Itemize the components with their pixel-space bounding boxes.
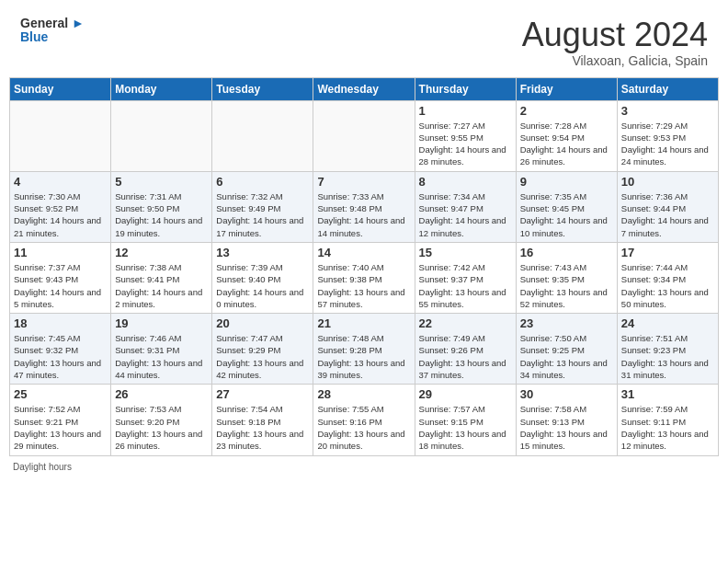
header: General ►Blue August 2024 Vilaxoan, Gali… [9,9,719,74]
dow-header-sunday: Sunday [10,77,111,100]
calendar-cell-3-4: 14Sunrise: 7:40 AMSunset: 9:38 PMDayligh… [313,242,415,313]
day-number: 31 [621,387,714,401]
day-number: 7 [317,175,410,189]
day-number: 29 [419,387,512,401]
week-row-2: 4Sunrise: 7:30 AMSunset: 9:52 PMDaylight… [10,171,719,242]
day-number: 15 [419,246,512,259]
calendar-table: SundayMondayTuesdayWednesdayThursdayFrid… [9,77,719,456]
day-number: 30 [520,387,613,401]
location-subtitle: Vilaxoan, Galicia, Spain [522,53,708,68]
day-info: Sunrise: 7:55 AMSunset: 9:16 PMDaylight:… [317,403,410,452]
calendar-cell-1-4 [313,100,415,171]
day-info: Sunrise: 7:36 AMSunset: 9:44 PMDaylight:… [621,190,714,239]
day-number: 5 [115,175,208,189]
day-number: 26 [115,387,208,401]
day-info: Sunrise: 7:28 AMSunset: 9:54 PMDaylight:… [520,120,613,168]
dow-header-monday: Monday [111,77,212,100]
day-info: Sunrise: 7:35 AMSunset: 9:45 PMDaylight:… [520,190,613,239]
day-number: 3 [621,104,714,118]
calendar-cell-5-1: 25Sunrise: 7:52 AMSunset: 9:21 PMDayligh… [10,385,111,455]
day-number: 28 [317,387,410,401]
day-number: 17 [621,246,714,259]
day-number: 19 [115,316,208,330]
calendar-cell-2-6: 9Sunrise: 7:35 AMSunset: 9:45 PMDaylight… [516,171,617,242]
day-number: 21 [317,316,410,330]
day-number: 22 [419,316,512,330]
month-title: August 2024 [522,17,708,53]
week-row-1: 1Sunrise: 7:27 AMSunset: 9:55 PMDaylight… [10,100,719,171]
day-number: 11 [14,246,107,259]
dow-header-saturday: Saturday [617,77,718,100]
calendar-cell-4-6: 23Sunrise: 7:50 AMSunset: 9:25 PMDayligh… [516,314,617,385]
day-info: Sunrise: 7:39 AMSunset: 9:40 PMDaylight:… [216,261,309,310]
day-info: Sunrise: 7:31 AMSunset: 9:50 PMDaylight:… [115,190,208,239]
day-number: 10 [621,175,714,189]
day-info: Sunrise: 7:44 AMSunset: 9:34 PMDaylight:… [621,261,714,310]
week-row-4: 18Sunrise: 7:45 AMSunset: 9:32 PMDayligh… [10,314,719,385]
calendar-cell-4-4: 21Sunrise: 7:48 AMSunset: 9:28 PMDayligh… [313,314,415,385]
day-info: Sunrise: 7:49 AMSunset: 9:26 PMDaylight:… [419,332,512,381]
day-number: 25 [14,387,107,401]
calendar-cell-1-1 [10,100,111,171]
calendar-cell-3-6: 16Sunrise: 7:43 AMSunset: 9:35 PMDayligh… [516,242,617,313]
calendar-cell-2-1: 4Sunrise: 7:30 AMSunset: 9:52 PMDaylight… [10,171,111,242]
calendar-cell-1-2 [111,100,212,171]
calendar-cell-1-5: 1Sunrise: 7:27 AMSunset: 9:55 PMDaylight… [415,100,516,171]
day-info: Sunrise: 7:37 AMSunset: 9:43 PMDaylight:… [14,261,107,310]
day-info: Sunrise: 7:34 AMSunset: 9:47 PMDaylight:… [419,190,512,239]
day-number: 6 [216,175,309,189]
calendar-cell-4-2: 19Sunrise: 7:46 AMSunset: 9:31 PMDayligh… [111,314,212,385]
day-number: 13 [216,246,309,259]
day-info: Sunrise: 7:38 AMSunset: 9:41 PMDaylight:… [115,261,208,310]
calendar-cell-2-4: 7Sunrise: 7:33 AMSunset: 9:48 PMDaylight… [313,171,415,242]
day-info: Sunrise: 7:52 AMSunset: 9:21 PMDaylight:… [14,403,107,452]
day-of-week-row: SundayMondayTuesdayWednesdayThursdayFrid… [10,77,719,100]
dow-header-wednesday: Wednesday [313,77,415,100]
calendar-cell-4-3: 20Sunrise: 7:47 AMSunset: 9:29 PMDayligh… [212,314,313,385]
calendar-cell-1-3 [212,100,313,171]
day-number: 12 [115,246,208,259]
footer-text: Daylight hours [13,462,72,472]
day-info: Sunrise: 7:46 AMSunset: 9:31 PMDaylight:… [115,332,208,381]
calendar-cell-3-7: 17Sunrise: 7:44 AMSunset: 9:34 PMDayligh… [617,242,718,313]
week-row-3: 11Sunrise: 7:37 AMSunset: 9:43 PMDayligh… [10,242,719,313]
day-info: Sunrise: 7:57 AMSunset: 9:15 PMDaylight:… [419,403,512,452]
day-info: Sunrise: 7:59 AMSunset: 9:11 PMDaylight:… [621,403,714,452]
dow-header-tuesday: Tuesday [212,77,313,100]
calendar-cell-5-5: 29Sunrise: 7:57 AMSunset: 9:15 PMDayligh… [415,385,516,455]
calendar-cell-5-3: 27Sunrise: 7:54 AMSunset: 9:18 PMDayligh… [212,385,313,455]
day-number: 8 [419,175,512,189]
day-info: Sunrise: 7:30 AMSunset: 9:52 PMDaylight:… [14,190,107,239]
day-info: Sunrise: 7:40 AMSunset: 9:38 PMDaylight:… [317,261,410,310]
day-number: 24 [621,316,714,330]
calendar-cell-5-4: 28Sunrise: 7:55 AMSunset: 9:16 PMDayligh… [313,385,415,455]
day-info: Sunrise: 7:54 AMSunset: 9:18 PMDaylight:… [216,403,309,452]
day-number: 16 [520,246,613,259]
calendar-cell-4-5: 22Sunrise: 7:49 AMSunset: 9:26 PMDayligh… [415,314,516,385]
day-number: 14 [317,246,410,259]
footer: Daylight hours [9,462,719,472]
day-info: Sunrise: 7:51 AMSunset: 9:23 PMDaylight:… [621,332,714,381]
day-info: Sunrise: 7:58 AMSunset: 9:13 PMDaylight:… [520,403,613,452]
day-info: Sunrise: 7:33 AMSunset: 9:48 PMDaylight:… [317,190,410,239]
calendar-cell-2-2: 5Sunrise: 7:31 AMSunset: 9:50 PMDaylight… [111,171,212,242]
calendar-cell-3-1: 11Sunrise: 7:37 AMSunset: 9:43 PMDayligh… [10,242,111,313]
day-number: 2 [520,104,613,118]
day-info: Sunrise: 7:42 AMSunset: 9:37 PMDaylight:… [419,261,512,310]
day-number: 20 [216,316,309,330]
week-row-5: 25Sunrise: 7:52 AMSunset: 9:21 PMDayligh… [10,385,719,455]
dow-header-thursday: Thursday [415,77,516,100]
day-info: Sunrise: 7:53 AMSunset: 9:20 PMDaylight:… [115,403,208,452]
title-area: August 2024 Vilaxoan, Galicia, Spain [522,17,708,68]
calendar-cell-3-5: 15Sunrise: 7:42 AMSunset: 9:37 PMDayligh… [415,242,516,313]
calendar-cell-3-2: 12Sunrise: 7:38 AMSunset: 9:41 PMDayligh… [111,242,212,313]
day-number: 1 [419,104,512,118]
day-number: 23 [520,316,613,330]
day-number: 18 [14,316,107,330]
dow-header-friday: Friday [516,77,617,100]
day-info: Sunrise: 7:45 AMSunset: 9:32 PMDaylight:… [14,332,107,381]
calendar-cell-5-7: 31Sunrise: 7:59 AMSunset: 9:11 PMDayligh… [617,385,718,455]
calendar-cell-2-3: 6Sunrise: 7:32 AMSunset: 9:49 PMDaylight… [212,171,313,242]
calendar-cell-1-6: 2Sunrise: 7:28 AMSunset: 9:54 PMDaylight… [516,100,617,171]
day-number: 4 [14,175,107,189]
